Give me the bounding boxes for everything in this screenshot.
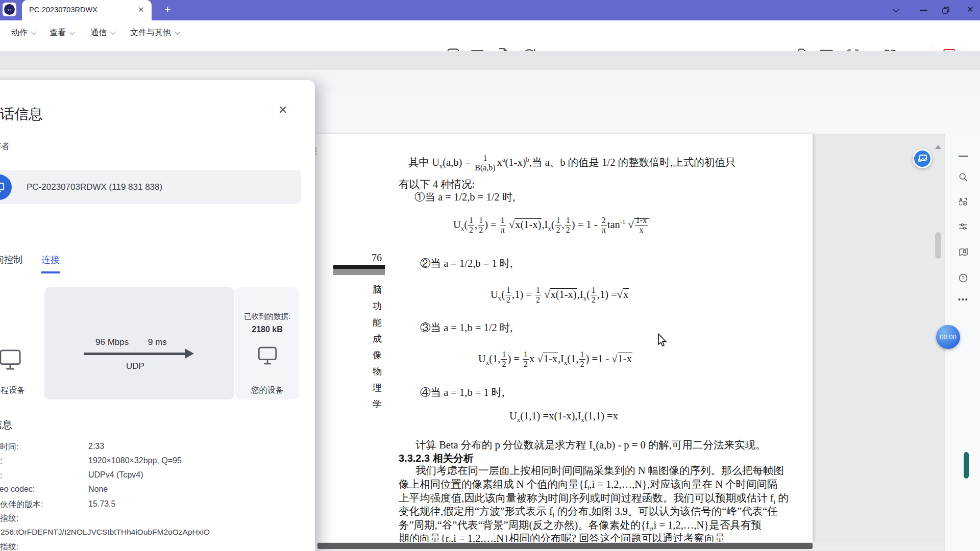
horizontal-scrollbar-track[interactable]	[316, 542, 944, 550]
info-section-header: 信息	[0, 418, 12, 432]
detail-value: UDPv4 (Tcpv4)	[88, 470, 143, 480]
chevron-down-icon	[175, 29, 180, 35]
doc-side-title: 脑功能成像物理学	[372, 282, 382, 412]
participant-row[interactable]: PC-20230703RDWX (119 831 838)	[0, 170, 301, 204]
protocol-value: UDP	[126, 361, 144, 371]
session-tab[interactable]: PC-20230703RDWX ✕	[22, 0, 152, 20]
doc-page-number: 76	[369, 252, 384, 264]
sidebar-search-icon[interactable]	[958, 172, 968, 182]
detail-label: 协议:	[0, 470, 2, 481]
scroll-up-arrow[interactable]	[935, 145, 941, 149]
session-timer-bubble[interactable]: 00:00	[936, 325, 960, 349]
sidebar-translate-icon[interactable]: A	[958, 196, 968, 207]
participant-name: PC-20230703RDWX (119 831 838)	[27, 182, 162, 192]
local-device-icon	[257, 345, 278, 366]
teamviewer-logo: ↔	[3, 3, 16, 16]
panel-title: 会话信息	[0, 105, 43, 124]
margin-bar-dark	[333, 265, 385, 269]
minimize-button[interactable]	[920, 10, 927, 11]
remote-device-icon	[0, 348, 22, 371]
connection-arrowhead	[185, 348, 194, 359]
doc-beta-line: 计算 Beta 分布的 p 分位数就是求方程 Ix(a,b) - p = 0 的…	[415, 438, 766, 453]
speed-value: 96 Mbps	[95, 337, 129, 347]
new-session-tab-button[interactable]: +	[164, 3, 171, 16]
detail-value: 980×551×32bpp, Q=95	[88, 456, 182, 465]
doc-intro-line: 其中 Ux(a,b) = 1B(a,b)xa(1-x)b,当 a、b 的值是 1…	[408, 154, 736, 173]
pdf-page: 其中 Ux(a,b) = 1B(a,b)xa(1-x)b,当 a、b 的值是 1…	[316, 134, 813, 542]
floating-image-tool-button[interactable]	[913, 149, 932, 168]
doc-formula-4: Ux(1,1) =x(1-x),Ix(1,1) =x	[509, 410, 618, 424]
menu-view[interactable]: 查看	[50, 26, 74, 39]
detail-label: 分辨率:	[0, 456, 2, 467]
menu-actions[interactable]: 动作	[11, 26, 35, 39]
local-device-label: 您的设备	[235, 385, 299, 396]
margin-bar-gray	[333, 269, 385, 275]
doc-case-3: ③当 a = 1,b = 1/2 时,	[420, 320, 512, 335]
fingerprint-label: 的指纹:	[0, 513, 18, 524]
doc-para-line: 我们考虑在同一层面上按相同时间间隔采集到的 N 幅图像的序列。那么把每帧图	[415, 463, 784, 478]
teamviewer-toolbar: 动作 查看 通信 文件与其他 ↔	[0, 20, 980, 51]
teamviewer-logo-icon: ↔	[4, 4, 15, 15]
doc-line: 有以下 4 种情况:	[399, 177, 475, 191]
titlebar-chevron-down-icon[interactable]	[893, 7, 899, 12]
svg-text:A: A	[959, 197, 963, 203]
doc-formula-3: Ux(1,12) = 12x √1-x,Ix(1,12) =1 - √1-x	[478, 350, 632, 369]
wps-tabbar: W365 消息 P 脑功能成像物理学 (1).pdf ✕ +	[0, 51, 980, 70]
tab-access-control[interactable]: 访问控制	[0, 254, 22, 266]
fingerprint-value: 256:tOrFDEFNTJ/I2NOLJVCStbtTHh4iOubFM2oO…	[1, 528, 210, 537]
doc-formula-2: Ux(12,1) = 12 √x(1-x),Ix(12,1) =√x	[491, 286, 629, 305]
doc-case-1: ①当 a = 1/2,b = 1/2 时,	[414, 190, 515, 204]
doc-formula-1: Ux(12,12) = 1π √x(1-x),Ix(12,12) = 1 - 2…	[453, 216, 649, 235]
local-device-card: 已收到的数据: 2180 kB 您的设备	[235, 287, 299, 399]
teamviewer-titlebar: ↔ PC-20230703RDWX ✕ + ✕	[0, 0, 980, 20]
connection-stats-card: 96 Mbps 9 ms UDP	[44, 287, 234, 399]
detail-value: 2:33	[88, 442, 104, 451]
tab-connection[interactable]: 连接	[41, 254, 60, 266]
menu-files-extras[interactable]: 文件与其他	[130, 26, 179, 39]
doc-case-4: ④当 a = 1,b = 1 时,	[420, 385, 504, 399]
doc-para-line: 像上相同位置的像素组成 N 个值的向量{fi,i = 1,2,…,N},对应该向…	[399, 477, 778, 492]
restore-button[interactable]	[942, 7, 949, 14]
horizontal-scrollbar-thumb[interactable]	[317, 543, 813, 549]
detail-label: 合作伙伴的版本:	[0, 499, 43, 510]
detail-value: 15.73.5	[88, 499, 115, 509]
participants-label: 参与者	[0, 140, 10, 152]
active-tab-underline	[41, 271, 60, 273]
sidebar-navigation-icon[interactable]	[958, 247, 969, 257]
close-window-button[interactable]: ✕	[967, 5, 973, 14]
mouse-cursor	[657, 333, 667, 347]
received-data-label: 已收到的数据:	[235, 312, 299, 321]
chevron-down-icon	[69, 29, 75, 35]
sidebar-more-icon[interactable]: •••	[958, 295, 969, 304]
sidebar-collapse-button[interactable]	[959, 156, 968, 157]
svg-text:?: ?	[962, 276, 965, 281]
sidebar-settings-icon[interactable]	[958, 221, 968, 232]
latency-value: 9 ms	[148, 337, 167, 347]
edge-scrollbar-marker[interactable]	[964, 452, 969, 479]
doc-para-line: 变化规律,假定用“方波”形式表示 fi 的分布,如图 3.9。可以认为该信号的“…	[399, 504, 778, 519]
detail-label: 持续时间:	[0, 442, 18, 453]
doc-case-2: ②当 a = 1/2,b = 1 时,	[420, 256, 512, 270]
remote-device-label: 远程设备	[0, 385, 25, 396]
session-tab-title: PC-20230703RDWX	[29, 6, 97, 14]
panel-close-icon[interactable]: ✕	[278, 104, 287, 117]
menu-communicate[interactable]: 通信	[90, 26, 114, 39]
vertical-scrollbar-thumb[interactable]	[935, 232, 941, 259]
connection-arrow	[84, 353, 187, 355]
session-info-panel: 会话信息 ✕ 参与者 PC-20230703RDWX (119 831 838)…	[0, 80, 315, 551]
received-data-value: 2180 kB	[235, 325, 299, 334]
chevron-down-icon	[110, 29, 116, 35]
participant-avatar	[0, 174, 12, 200]
session-tab-close-icon[interactable]: ✕	[138, 5, 144, 14]
detail-value: None	[88, 485, 108, 494]
fingerprint-label-2: 的指纹:	[0, 542, 18, 551]
chevron-down-icon	[31, 29, 37, 35]
detail-label: Video codec:	[0, 485, 35, 494]
sidebar-help-icon[interactable]: ?	[958, 273, 968, 283]
